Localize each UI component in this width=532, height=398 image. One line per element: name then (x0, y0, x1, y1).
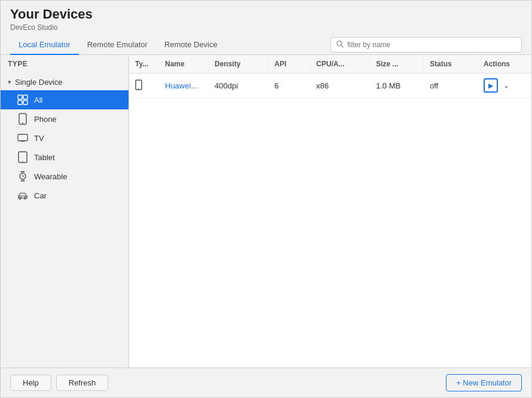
svg-rect-2 (18, 95, 22, 99)
row-type-cell (129, 75, 159, 97)
tab-local-emulator[interactable]: Local Emulator (10, 35, 79, 55)
tab-remote-emulator[interactable]: Remote Emulator (79, 35, 156, 55)
car-icon (17, 190, 28, 201)
all-devices-icon (17, 94, 28, 105)
search-icon (336, 40, 344, 50)
row-cpu-cell: x86 (310, 76, 370, 95)
row-name-cell[interactable]: Huawei_P40 (159, 76, 209, 95)
svg-point-22 (138, 88, 139, 89)
sidebar-section-single-device[interactable]: ▾ Single Device (1, 72, 129, 90)
app-subtitle: DevEco Studio (10, 23, 522, 32)
watch-icon (17, 171, 28, 182)
help-button[interactable]: Help (10, 375, 51, 391)
table-row: Huawei_P40 400dpi 6 x86 1.0 MB off ▶ ⌄ (129, 74, 531, 98)
col-status: Status (424, 55, 478, 73)
sidebar-item-tv-label: TV (34, 134, 44, 143)
search-box (331, 37, 522, 53)
col-type: Ty... (129, 55, 159, 73)
sidebar-item-all[interactable]: All (1, 90, 129, 109)
table-area: Ty... Name Density API CPU/A... Size ...… (129, 55, 531, 368)
table-body: Huawei_P40 400dpi 6 x86 1.0 MB off ▶ ⌄ (129, 74, 531, 368)
main-content: Type ▾ Single Device All (1, 55, 531, 368)
app-header: Your Devices DevEco Studio (1, 1, 531, 35)
sidebar-item-tv[interactable]: TV (1, 128, 129, 148)
new-emulator-button[interactable]: + New Emulator (446, 374, 522, 391)
single-device-label: Single Device (15, 78, 63, 87)
sidebar-item-all-label: All (34, 96, 42, 105)
col-name: Name (159, 55, 209, 73)
sidebar-item-car-label: Car (34, 191, 47, 200)
svg-rect-4 (18, 100, 22, 105)
svg-rect-5 (23, 100, 27, 105)
footer: Help Refresh + New Emulator (1, 368, 531, 397)
svg-rect-3 (23, 95, 27, 99)
sidebar-item-tablet-label: Tablet (34, 153, 55, 162)
sidebar-item-phone-label: Phone (34, 115, 57, 124)
tv-icon (17, 133, 28, 143)
tabs-left: Local Emulator Remote Emulator Remote De… (10, 35, 226, 54)
tablet-icon (17, 152, 28, 163)
sidebar-item-wearable[interactable]: Wearable (1, 167, 129, 186)
tabs-row: Local Emulator Remote Emulator Remote De… (1, 35, 531, 55)
svg-line-1 (341, 45, 344, 48)
row-size-cell: 1.0 MB (370, 76, 424, 95)
table-header: Ty... Name Density API CPU/A... Size ...… (129, 55, 531, 74)
sidebar: Type ▾ Single Device All (1, 55, 129, 368)
col-actions: Actions (478, 55, 531, 73)
sidebar-item-wearable-label: Wearable (34, 172, 67, 181)
col-density: Density (209, 55, 268, 73)
sidebar-item-phone[interactable]: Phone (1, 109, 129, 128)
tab-remote-device[interactable]: Remote Device (156, 35, 226, 55)
svg-point-12 (22, 161, 23, 163)
row-actions-cell: ▶ ⌄ (478, 74, 531, 97)
col-size: Size ... (370, 55, 424, 73)
app-title: Your Devices (10, 7, 522, 22)
row-api-cell: 6 (268, 76, 310, 95)
row-density-cell: 400dpi (209, 76, 268, 95)
search-input[interactable] (347, 41, 516, 49)
svg-point-7 (22, 123, 23, 124)
play-button[interactable]: ▶ (484, 78, 498, 93)
app-container: Your Devices DevEco Studio Local Emulato… (0, 0, 532, 398)
chevron-down-icon: ▾ (8, 78, 11, 86)
sidebar-item-tablet[interactable]: Tablet (1, 148, 129, 167)
sidebar-item-car[interactable]: Car (1, 186, 129, 205)
col-cpu: CPU/A... (310, 55, 370, 73)
svg-rect-8 (18, 134, 27, 141)
col-api: API (268, 55, 310, 73)
phone-icon (17, 114, 28, 124)
footer-left: Help Refresh (10, 375, 108, 391)
type-header: Type (1, 55, 129, 72)
actions-dropdown-button[interactable]: ⌄ (500, 78, 512, 93)
row-status-cell: off (424, 76, 478, 95)
refresh-button[interactable]: Refresh (56, 375, 109, 391)
